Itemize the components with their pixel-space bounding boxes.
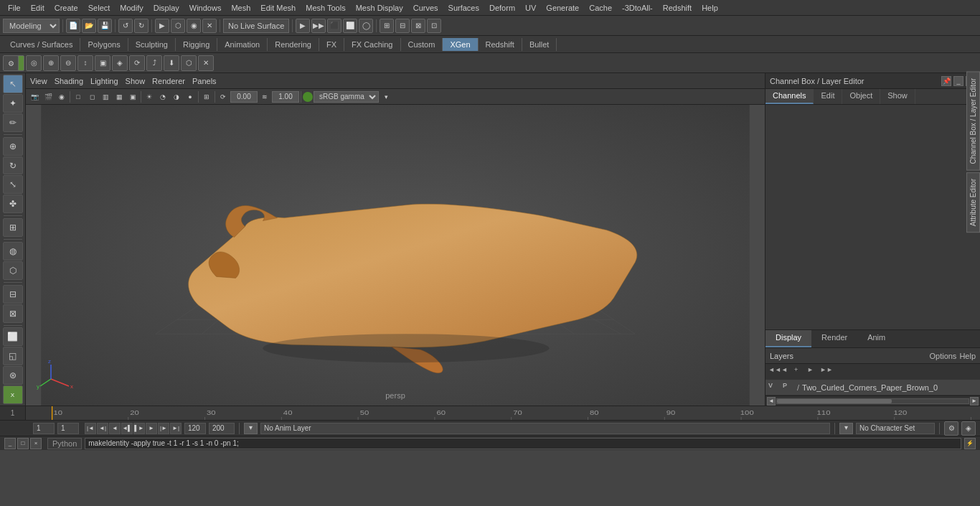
menu-modify[interactable]: Modify: [115, 2, 148, 14]
vt-value1[interactable]: [230, 91, 258, 103]
xgen-btn5[interactable]: ▣: [95, 55, 110, 71]
menu-generate[interactable]: Generate: [541, 2, 584, 14]
max-range-field[interactable]: 200: [209, 423, 235, 434]
menu-cache[interactable]: Cache: [584, 2, 617, 14]
xgen-btn9[interactable]: ⬇: [164, 55, 179, 71]
viewport-menu-view[interactable]: View: [30, 77, 47, 85]
layout4-btn[interactable]: ⊡: [427, 19, 441, 33]
scroll-thumb[interactable]: [777, 399, 892, 403]
scroll-left-btn[interactable]: ◄: [767, 397, 776, 406]
xgen-btn2[interactable]: ⊕: [43, 55, 59, 71]
layer-visibility-p[interactable]: P: [783, 382, 794, 393]
xgen-btn6[interactable]: ◈: [112, 55, 128, 71]
xgen-btn7[interactable]: ⟳: [129, 55, 145, 71]
lt-btn-extra1[interactable]: ◱: [3, 347, 23, 365]
vt-shading2[interactable]: ◻: [85, 90, 98, 103]
render5-btn[interactable]: ◯: [359, 19, 373, 33]
undo-btn[interactable]: ↺: [118, 19, 133, 33]
scroll-track[interactable]: [776, 398, 969, 404]
new-scene-btn[interactable]: 📄: [66, 19, 80, 33]
menu-mesh-display[interactable]: Mesh Display: [351, 2, 408, 14]
viewport-menu-renderer[interactable]: Renderer: [152, 77, 185, 85]
xgen-btn1[interactable]: ◎: [26, 55, 42, 71]
vt-btn3[interactable]: ◉: [55, 90, 68, 103]
tab-edit[interactable]: Edit: [814, 89, 842, 104]
edge-tab-attribute-editor[interactable]: Attribute Editor: [966, 172, 980, 233]
edge-tab-channel-box[interactable]: Channel Box / Layer Editor: [966, 72, 980, 171]
tab-channels[interactable]: Channels: [765, 89, 814, 104]
settings-gear-btn[interactable]: ⚙: [3, 55, 19, 71]
tab-display[interactable]: Display: [765, 330, 811, 347]
tab-custom[interactable]: Custom: [401, 38, 443, 51]
vt-shading4[interactable]: ▦: [113, 90, 126, 103]
layout2-btn[interactable]: ⊟: [395, 19, 410, 33]
vt-value2[interactable]: [272, 91, 299, 103]
window-restore-btn[interactable]: □: [17, 438, 29, 449]
tab-sculpting[interactable]: Sculpting: [128, 38, 176, 51]
lasso-btn[interactable]: ⬡: [171, 19, 185, 33]
menu-file[interactable]: File: [3, 2, 26, 14]
pb-prev-key[interactable]: ◄|: [97, 423, 108, 434]
tab-animation[interactable]: Animation: [217, 38, 268, 51]
viewport-menu-lighting[interactable]: Lighting: [90, 77, 118, 85]
render2-btn[interactable]: ▶▶: [311, 19, 326, 33]
select-btn[interactable]: ▶: [155, 19, 169, 33]
tab-rendering[interactable]: Rendering: [268, 38, 319, 51]
tab-anim[interactable]: Anim: [857, 330, 895, 347]
status-extra-btn2[interactable]: ◈: [961, 421, 976, 436]
tab-object[interactable]: Object: [842, 89, 880, 104]
pb-goto-end[interactable]: ►|: [170, 423, 182, 434]
layer-nav-end[interactable]: ►►: [820, 366, 831, 378]
show-manipulator-btn[interactable]: ⊞: [3, 218, 23, 237]
save-scene-btn[interactable]: 💾: [98, 19, 112, 33]
pb-goto-start[interactable]: |◄: [85, 423, 96, 434]
pb-next-key[interactable]: |►: [158, 423, 169, 434]
right-panel-scrollbar[interactable]: ◄ ►: [765, 395, 980, 406]
vt-light2[interactable]: ◔: [156, 90, 169, 103]
vt-light1[interactable]: ☀: [143, 90, 156, 103]
tab-bullet[interactable]: Bullet: [522, 38, 557, 51]
menu-uv[interactable]: UV: [520, 2, 541, 14]
menu-mesh[interactable]: Mesh: [226, 2, 255, 14]
tab-render[interactable]: Render: [811, 330, 857, 347]
viewport-menu-show[interactable]: Show: [126, 77, 146, 85]
vt-shading5[interactable]: ▣: [126, 90, 139, 103]
render3-btn[interactable]: ⬛: [327, 19, 341, 33]
xgen-btn11[interactable]: ✕: [198, 55, 214, 71]
menu-windows[interactable]: Windows: [184, 2, 227, 14]
menu-edit[interactable]: Edit: [26, 2, 50, 14]
layer-visibility-v[interactable]: V: [768, 382, 780, 393]
menu-mesh-tools[interactable]: Mesh Tools: [301, 2, 350, 14]
vt-cs-arrow[interactable]: ▾: [380, 90, 392, 103]
select-mode-btn[interactable]: ↖: [3, 75, 23, 93]
transform-btn[interactable]: ✕: [202, 19, 217, 33]
tab-fx-caching[interactable]: FX Caching: [344, 38, 400, 51]
universal-btn[interactable]: ✤: [3, 195, 23, 213]
range-start-field[interactable]: 1: [57, 423, 79, 434]
lasso2-btn[interactable]: ⬡: [3, 261, 23, 280]
cmd-extra-btn[interactable]: ⚡: [964, 438, 976, 449]
render-btn[interactable]: ▶: [296, 19, 310, 33]
lt-btn-extra3[interactable]: X: [3, 385, 23, 404]
snap-btn[interactable]: ⊟: [3, 285, 23, 304]
vt-light3[interactable]: ◑: [170, 90, 183, 103]
tab-rigging[interactable]: Rigging: [176, 38, 217, 51]
redo-btn[interactable]: ↻: [134, 19, 149, 33]
xgen-btn8[interactable]: ⤴: [146, 55, 162, 71]
lt-btn-extra2[interactable]: ⊛: [3, 366, 23, 385]
menu-create[interactable]: Create: [50, 2, 83, 14]
layer-nav-add[interactable]: +: [794, 366, 806, 378]
pb-play-back[interactable]: ◄▌: [121, 423, 133, 434]
paint-select-btn[interactable]: ✏: [3, 113, 23, 132]
open-scene-btn[interactable]: 📂: [82, 19, 96, 33]
window-close-btn[interactable]: ×: [30, 438, 42, 449]
xgen-btn3[interactable]: ⊖: [60, 55, 76, 71]
help-label[interactable]: Help: [959, 352, 976, 360]
snap2-btn[interactable]: ⊠: [3, 304, 23, 323]
menu-display[interactable]: Display: [149, 2, 184, 14]
menu-curves[interactable]: Curves: [408, 2, 443, 14]
pb-prev-frame[interactable]: ◄: [109, 423, 121, 434]
window-minimize-btn[interactable]: _: [4, 438, 16, 449]
vt-shading3[interactable]: ▥: [99, 90, 112, 103]
vt-extra1[interactable]: ⟳: [217, 90, 230, 103]
